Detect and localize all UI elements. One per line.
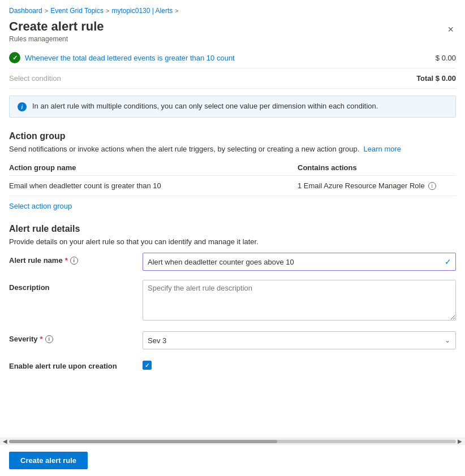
alert-name-input[interactable] (143, 253, 456, 271)
table-header: Action group name Contains actions (9, 160, 456, 176)
col-header-actions: Contains actions (298, 163, 456, 172)
breadcrumb: Dashboard > Event Grid Topics > mytopic0… (0, 0, 465, 17)
alert-name-row: Alert rule name * i ✓ (9, 253, 456, 271)
total-value: Total $ 0.00 (416, 74, 456, 83)
info-banner-text: In an alert rule with multiple condition… (32, 102, 378, 110)
condition-price: $ 0.00 (436, 54, 456, 62)
action-group-title: Action group (9, 131, 456, 141)
table-row: Email when deadletter count is greater t… (9, 176, 456, 196)
severity-select[interactable]: Sev 0 Sev 1 Sev 2 Sev 3 Sev 4 (143, 331, 456, 349)
main-content: Whenever the total dead lettered events … (0, 47, 465, 438)
severity-control: Sev 0 Sev 1 Sev 2 Sev 3 Sev 4 ⌄ (143, 331, 456, 349)
breadcrumb-dashboard[interactable]: Dashboard (9, 7, 42, 15)
alert-name-label: Alert rule name * i (9, 253, 134, 265)
close-button[interactable]: × (445, 21, 456, 38)
horizontal-scrollbar[interactable]: ◀ ▶ (0, 438, 465, 444)
enable-row: Enable alert rule upon creation (9, 358, 456, 370)
input-check-mark: ✓ (445, 257, 451, 266)
breadcrumb-event-grid[interactable]: Event Grid Topics (50, 7, 104, 15)
severity-label-text: Severity (9, 335, 38, 343)
scrollbar-track[interactable] (9, 440, 456, 443)
action-group-name: Email when deadletter count is greater t… (9, 181, 298, 190)
select-condition-row: Select condition Total $ 0.00 (9, 68, 456, 89)
page-subtitle: Rules management (9, 35, 104, 43)
actions-value: 1 Email Azure Resource Manager Role i (298, 181, 456, 190)
create-alert-panel: Dashboard > Event Grid Topics > mytopic0… (0, 0, 465, 476)
total-label: Total (416, 74, 433, 83)
severity-select-wrap: Sev 0 Sev 1 Sev 2 Sev 3 Sev 4 ⌄ (143, 331, 456, 349)
breadcrumb-sep-3: > (175, 7, 178, 14)
alert-name-input-wrap: ✓ (143, 253, 456, 271)
create-alert-rule-button[interactable]: Create alert rule (9, 452, 88, 469)
severity-row: Severity * i Sev 0 Sev 1 Sev 2 Sev 3 Sev… (9, 331, 456, 349)
condition-row: Whenever the total dead lettered events … (9, 47, 456, 68)
learn-more-link[interactable]: Learn more (364, 145, 401, 153)
action-group-desc: Send notifications or invoke actions whe… (9, 145, 456, 153)
description-control (143, 280, 456, 322)
scrollbar-thumb[interactable] (9, 440, 277, 443)
info-icon (18, 102, 27, 111)
page-title: Create alert rule (9, 19, 104, 34)
alert-details-desc: Provide details on your alert rule so th… (9, 237, 456, 246)
check-icon (9, 52, 20, 63)
condition-link-text: Whenever the total dead lettered events … (25, 54, 235, 62)
select-condition-placeholder[interactable]: Select condition (9, 74, 61, 83)
breadcrumb-alerts[interactable]: mytopic0130 | Alerts (111, 7, 173, 15)
enable-checkbox-row (143, 358, 456, 370)
name-required-star: * (65, 256, 68, 265)
info-banner: In an alert rule with multiple condition… (9, 96, 456, 118)
scroll-right-icon[interactable]: ▶ (456, 438, 464, 445)
enable-checkbox[interactable] (143, 361, 152, 370)
action-group-desc-text: Send notifications or invoke actions whe… (9, 145, 359, 153)
action-group-section: Action group Send notifications or invok… (9, 131, 456, 210)
total-amount: $ 0.00 (436, 74, 456, 83)
panel-header: Create alert rule Rules management × (0, 17, 465, 47)
description-row: Description (9, 280, 456, 322)
enable-label: Enable alert rule upon creation (9, 358, 134, 370)
severity-label: Severity * i (9, 331, 134, 343)
select-action-group-link[interactable]: Select action group (9, 202, 456, 210)
enable-label-text: Enable alert rule upon creation (9, 362, 117, 370)
description-textarea[interactable] (143, 280, 456, 321)
name-info-icon[interactable]: i (70, 257, 78, 265)
action-group-actions: 1 Email Azure Resource Manager Role i (298, 181, 456, 190)
alert-name-label-text: Alert rule name (9, 256, 63, 265)
breadcrumb-sep-1: > (45, 7, 48, 14)
description-label: Description (9, 280, 134, 292)
breadcrumb-sep-2: > (106, 7, 109, 14)
description-label-text: Description (9, 283, 50, 292)
actions-value-text: 1 Email Azure Resource Manager Role (298, 181, 425, 190)
alert-name-control: ✓ (143, 253, 456, 271)
scroll-left-icon[interactable]: ◀ (1, 438, 9, 445)
actions-info-icon[interactable]: i (428, 182, 436, 190)
severity-info-icon[interactable]: i (45, 335, 53, 343)
severity-required-star: * (40, 335, 43, 343)
header-text: Create alert rule Rules management (9, 19, 104, 43)
panel-footer: Create alert rule (0, 444, 465, 476)
alert-details-title: Alert rule details (9, 224, 456, 234)
col-header-name: Action group name (9, 163, 298, 172)
condition-link[interactable]: Whenever the total dead lettered events … (9, 52, 235, 63)
enable-control (143, 358, 456, 370)
alert-rule-details-section: Alert rule details Provide details on yo… (9, 224, 456, 370)
